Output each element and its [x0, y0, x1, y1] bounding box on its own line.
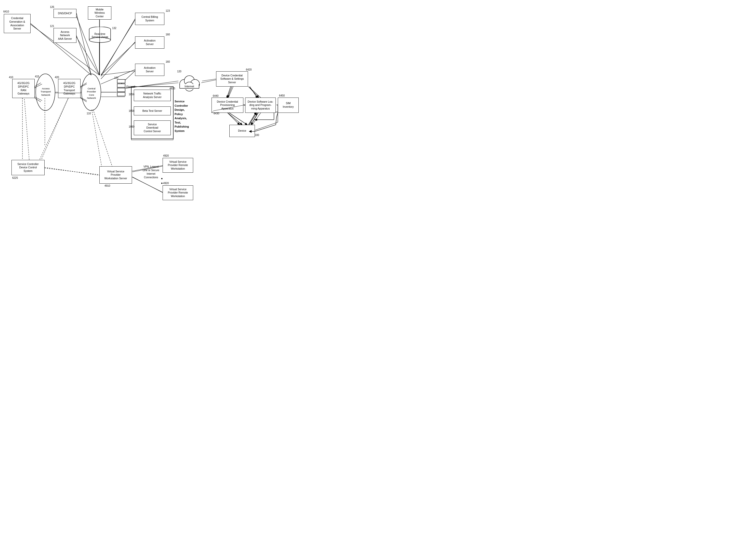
sc-device-control-label: Service ControllerDevice ControlSystem: [17, 163, 39, 173]
svg-line-46: [251, 112, 259, 125]
ref-415: 415: [35, 75, 39, 78]
service-download-label: ServiceDownloadControl Server: [144, 123, 161, 133]
activation-server2-label: ActivationServer: [144, 66, 156, 73]
ref-6450: 6450: [279, 94, 285, 97]
sim-inventory-label: SIMInventory: [283, 102, 294, 108]
svg-line-95: [40, 98, 68, 160]
ref-410: 410: [9, 76, 13, 79]
mobile-wireless-box: MobileWirelessCenter: [88, 6, 111, 20]
svg-line-81: [249, 87, 259, 98]
beta-test-box: Beta Test Server: [134, 106, 171, 115]
ref-121: 121: [50, 25, 54, 27]
ref-110: 110: [87, 112, 91, 115]
svg-line-9: [101, 71, 135, 75]
svg-line-79: [202, 79, 216, 81]
activation-server2-box: ActivationServer: [135, 64, 164, 76]
svg-line-88: [34, 83, 41, 87]
sc-device-control-box: Service ControllerDevice ControlSystem: [11, 160, 45, 175]
device-credential-sw-box: Device CredentialSoftware & SettingsServ…: [216, 71, 248, 87]
ref-120: 120: [177, 70, 182, 73]
vsp-remote1-label: Virtual ServiceProvider RemoteWorkstatio…: [168, 160, 188, 171]
svg-line-29: [133, 177, 163, 193]
device-cred-prov-box: Device CredentialProvisioningApparatus: [212, 98, 243, 113]
ref-6410: 6410: [3, 10, 9, 13]
device-sw-loading-label: Device Software Loa-ding and Program-min…: [248, 100, 273, 111]
gateway-ran-box: 4G/3G/2GDPI/DPCRANGateways: [12, 79, 34, 98]
svg-line-24: [24, 97, 29, 161]
vsp-remote2-label: Virtual ServiceProvider RemoteWorkstatio…: [168, 188, 188, 198]
device-box: Device: [229, 125, 255, 137]
gateway-transport-box: 4G/3G/2GDPI/DPCTransportGateways: [58, 79, 80, 98]
ref-100: 100: [255, 134, 259, 137]
svg-rect-57: [117, 88, 125, 92]
svg-rect-58: [117, 93, 125, 96]
activation-server1-box: ActivationServer: [135, 36, 164, 49]
svg-line-15: [249, 87, 261, 98]
vsp-workstation-server-label: Virtual ServiceProviderWorkstation Serve…: [104, 170, 127, 180]
svg-line-89: [34, 98, 41, 102]
svg-line-8: [101, 43, 135, 75]
svg-line-3: [75, 13, 99, 75]
svg-line-80: [228, 87, 232, 98]
svg-line-47: [249, 112, 256, 125]
ref-6225: 6225: [12, 176, 18, 179]
vsp-remote2-box: Virtual ServiceProvider RemoteWorkstatio…: [163, 186, 193, 200]
svg-line-20: [252, 122, 278, 131]
ref-123: 123: [166, 9, 170, 12]
ref-1660: 1660: [129, 125, 134, 128]
svg-line-16: [228, 112, 247, 125]
svg-line-27: [45, 167, 102, 176]
svg-line-17: [252, 112, 261, 125]
aaa-server-label: AccessNetworkAAA Server: [58, 30, 72, 41]
central-billing-box: Central BillingSystem: [135, 13, 164, 25]
dots: ••: [161, 176, 163, 186]
vsp-workstation-server-box: Virtual ServiceProviderWorkstation Serve…: [99, 166, 132, 184]
svg-line-25: [41, 97, 69, 161]
svg-line-41: [250, 87, 257, 98]
credential-server-box: CredentialGeneration &AssociationServer: [4, 14, 30, 33]
ref-4920-2: 4920: [163, 182, 169, 185]
svg-line-98: [132, 177, 163, 192]
credential-server-label: CredentialGeneration &AssociationServer: [9, 17, 25, 30]
vsp-remote1-box: Virtual ServiceProvider RemoteWorkstatio…: [163, 158, 193, 173]
beta-test-label: Beta Test Server: [142, 109, 162, 113]
ref-160-2: 160: [166, 60, 170, 63]
service-download-box: ServiceDownloadControl Server: [134, 120, 171, 135]
svg-line-45: [227, 112, 242, 125]
service-controller-design-label: ServiceControllerDesign,PolicyAnalysis,T…: [174, 99, 189, 133]
svg-line-70: [76, 13, 91, 75]
network-traffic-label: Network TrafficAnalysis Server: [143, 92, 162, 99]
ref-6420: 6420: [246, 68, 252, 71]
ref-4920-1: 4920: [163, 154, 169, 157]
svg-line-13: [201, 79, 218, 83]
device-credential-sw-label: Device CredentialSoftware & SettingsServ…: [220, 74, 244, 84]
central-provider-label: CentralProviderCoreNetwork: [84, 87, 99, 100]
svg-line-85: [249, 113, 257, 125]
network-traffic-box: Network TrafficAnalysis Server: [134, 90, 171, 101]
diagram: CredentialGeneration &AssociationServer …: [0, 0, 306, 229]
internet-cloud: Internet: [177, 73, 202, 94]
svg-line-21: [228, 112, 247, 125]
central-billing-label: Central BillingSystem: [141, 15, 158, 22]
firewall-icon: [117, 79, 126, 99]
svg-line-40: [227, 87, 231, 98]
vpn-label: VPN, LeasedLine or SecureInternetConnect…: [143, 165, 159, 179]
ref-4910: 4910: [104, 185, 110, 187]
ref-1656: 1656: [129, 93, 134, 96]
svg-line-84: [251, 113, 258, 125]
svg-rect-55: [117, 79, 125, 83]
mobile-wireless-label: MobileWirelessCenter: [95, 8, 105, 18]
ref-132: 132: [112, 27, 116, 29]
svg-line-34: [34, 97, 42, 101]
ref-1658: 1658: [129, 109, 134, 112]
svg-line-83: [228, 113, 239, 125]
svg-line-96: [93, 109, 112, 166]
ref-4835: 4835: [169, 87, 175, 90]
dns-dhcp-label: DNS/DHCP: [58, 12, 72, 15]
access-transport-label: AccessTransportNetwork: [39, 87, 53, 97]
svg-text:Internet: Internet: [185, 85, 194, 88]
svg-line-75: [101, 42, 135, 79]
aaa-server-box: AccessNetworkAAA Server: [53, 28, 76, 43]
ref-6430: 6430: [214, 112, 219, 115]
gateway-transport-label: 4G/3G/2GDPI/DPCTransportGateways: [63, 81, 75, 96]
